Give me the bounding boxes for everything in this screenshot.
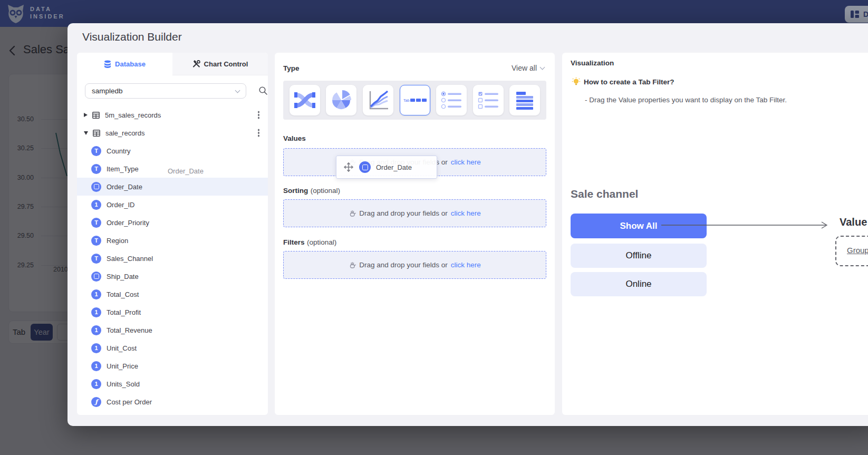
tip-title: How to create a Tab Filter?: [584, 78, 674, 86]
chip-label: Order_Date: [376, 163, 412, 171]
collapse-right-icon[interactable]: [84, 113, 88, 117]
field-row[interactable]: 1Units_Sold: [77, 375, 268, 393]
dropzone-placeholder: Drag and drop your fields or: [359, 261, 447, 269]
formula-field-icon: ƒ: [91, 397, 101, 407]
dropzone-placeholder: Drag and drop your fields or: [359, 209, 447, 217]
brand: DATA INSIDER: [30, 5, 65, 20]
chevron-down-icon: [540, 64, 545, 70]
database-select[interactable]: sampledb: [85, 83, 246, 99]
field-row[interactable]: 1Total_Profit: [77, 303, 268, 321]
field-row[interactable]: ƒCost per Order: [77, 393, 268, 411]
widget-title: Sale channel: [571, 188, 638, 200]
date-field-icon: [359, 161, 371, 173]
click-here-link[interactable]: click here: [451, 209, 481, 217]
sorting-dropzone[interactable]: Drag and drop your fields or click here: [283, 199, 546, 227]
field-row[interactable]: TOrder_Priority: [77, 214, 268, 231]
annotation-group-box: Group: [835, 236, 868, 266]
table-name: sale_records: [105, 129, 144, 137]
tools-icon: [192, 60, 200, 68]
number-field-icon: 1: [91, 325, 101, 335]
text-field-icon: T: [91, 218, 101, 228]
field-name: Total_Profit: [107, 308, 141, 316]
filters-section-label: Filters (optional): [283, 237, 336, 247]
search-icon[interactable]: [258, 86, 268, 95]
number-field-icon: 1: [91, 200, 101, 210]
move-icon: [343, 162, 354, 172]
text-field-icon: T: [91, 146, 101, 156]
type-line-chart-icon[interactable]: [363, 85, 393, 115]
tab-chart-control[interactable]: Chart Control: [172, 53, 268, 75]
number-field-icon: 1: [91, 343, 101, 353]
dashboard-nav-label: Dashboard: [863, 10, 868, 18]
field-row[interactable]: TSales_Channel: [77, 249, 268, 267]
chevron-down-icon: [235, 88, 240, 93]
type-sankey-chart-icon[interactable]: [290, 85, 320, 115]
click-here-link[interactable]: click here: [451, 261, 481, 269]
field-row[interactable]: TRegion: [77, 231, 268, 249]
drag-hand-icon: [349, 261, 356, 269]
tab-database-label: Database: [115, 60, 146, 68]
type-data-table-icon[interactable]: [509, 85, 540, 115]
drag-hand-icon: [349, 209, 356, 217]
field-name: Order_ID: [107, 201, 134, 209]
type-tab-filter-icon[interactable]: Tab: [400, 85, 430, 115]
type-pie-chart-icon[interactable]: [326, 85, 356, 115]
schema-tree: 5m_sales_records sale_records TCountry T…: [77, 106, 268, 411]
left-panel-tabs: Database Chart Control: [77, 53, 268, 75]
field-row[interactable]: 1Unit_Price: [77, 357, 268, 375]
field-name: Unit_Cost: [107, 344, 137, 352]
owl-logo-icon: [6, 3, 25, 24]
option-offline-button[interactable]: Offline: [571, 244, 707, 268]
type-radio-list-icon[interactable]: [436, 85, 467, 115]
kebab-menu-icon[interactable]: [258, 114, 259, 115]
field-row-selected[interactable]: Order_Date: [77, 178, 268, 196]
field-name: Unit_Price: [107, 362, 138, 370]
field-name: Order_Priority: [107, 219, 149, 227]
field-name: Ship_Date: [107, 273, 139, 280]
database-panel: Database Chart Control sampledb: [77, 53, 268, 415]
type-checkbox-list-icon[interactable]: [473, 85, 504, 115]
tree-table-sale-records[interactable]: sale_records: [77, 124, 268, 142]
optional-suffix: (optional): [307, 238, 336, 246]
date-field-icon: [91, 272, 101, 282]
tab-database[interactable]: Database: [77, 53, 172, 75]
field-name: Region: [107, 237, 128, 245]
table-icon: [93, 130, 100, 137]
drag-ghost-label: Order_Date: [168, 167, 204, 175]
visualization-builder-modal: Visualization Builder Database: [67, 23, 868, 426]
collapse-down-icon[interactable]: [84, 131, 88, 135]
date-field-icon: [91, 182, 101, 192]
annotation-value-label: Value: [840, 216, 867, 228]
visualization-section-label: Visualization: [571, 59, 614, 67]
field-row[interactable]: 1Total_Cost: [77, 285, 268, 303]
annotation-arrow: [652, 219, 834, 231]
filters-dropzone[interactable]: Drag and drop your fields or click here: [283, 251, 546, 279]
field-row[interactable]: 1Total_Revenue: [77, 321, 268, 339]
field-row[interactable]: TCountry: [77, 142, 268, 160]
option-online-button[interactable]: Online: [571, 272, 707, 296]
visualization-panel: Visualization How to create a Tab Filter…: [562, 53, 868, 415]
view-all-button[interactable]: View all: [512, 64, 544, 72]
field-row[interactable]: Ship_Date: [77, 267, 268, 285]
field-row[interactable]: 1Order_ID: [77, 196, 268, 214]
kebab-menu-icon[interactable]: [258, 132, 259, 133]
dragging-field-chip[interactable]: Order_Date: [336, 156, 437, 179]
text-field-icon: T: [91, 254, 101, 264]
type-section-label: Type: [283, 64, 300, 72]
field-row[interactable]: 1Unit_Cost: [77, 339, 268, 357]
field-name: Item_Type: [107, 165, 139, 173]
database-select-value: sampledb: [92, 87, 123, 95]
text-field-icon: T: [91, 236, 101, 246]
click-here-link[interactable]: click here: [451, 158, 481, 166]
field-name: Cost per Order: [107, 398, 152, 406]
text-field-icon: T: [91, 164, 101, 174]
optional-suffix: (optional): [311, 187, 340, 195]
brand-top: DATA: [30, 5, 65, 13]
field-name: Order_Date: [107, 183, 142, 191]
screen: Sales Sa 30.50 30.25 30.00 29.75 29.50 2…: [0, 0, 868, 455]
dashboard-nav-button[interactable]: Dashboard: [845, 6, 868, 23]
brand-bottom: INSIDER: [30, 13, 65, 20]
number-field-icon: 1: [91, 379, 101, 389]
modal-title: Visualization Builder: [82, 31, 182, 43]
tree-table-5m-sales-records[interactable]: 5m_sales_records: [77, 106, 268, 124]
